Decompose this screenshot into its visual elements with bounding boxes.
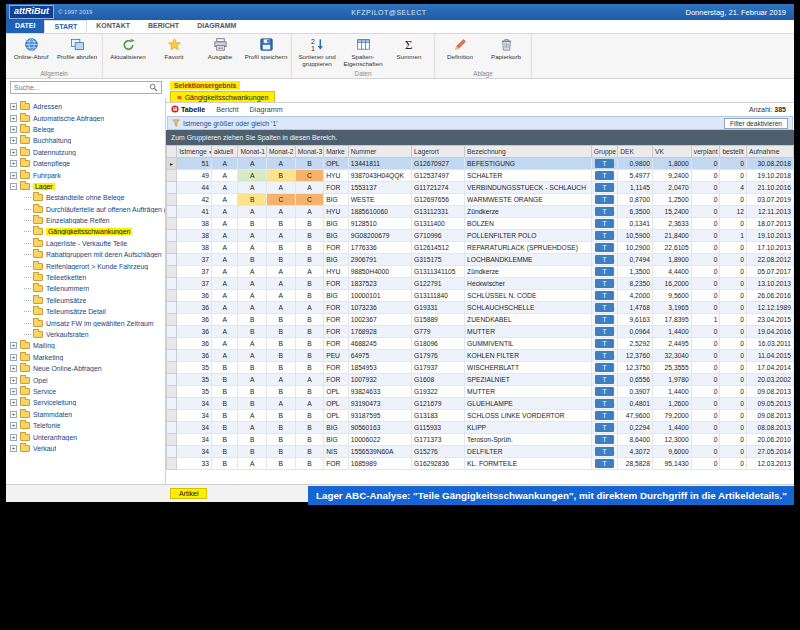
tree-item-reifenlagerort-kunde-fahrzeug[interactable]: Reifenlagerort > Kunde Fahrzeug [6, 260, 165, 271]
collapse-icon[interactable]: − [10, 183, 17, 190]
column-header-lagerort[interactable]: Lagerort [412, 146, 465, 158]
tree-item-teilenummern[interactable]: Teilenummern [6, 283, 165, 294]
row-selector[interactable]: ▸ [167, 158, 177, 170]
row-selector[interactable] [167, 182, 177, 194]
row-selector[interactable] [167, 350, 177, 362]
table-row[interactable]: 33BABBFOR1685989G16292836KL. FORMTEILET2… [167, 458, 794, 470]
search-input[interactable] [11, 84, 149, 91]
tree-item-adressen[interactable]: +Adressen [6, 101, 165, 112]
row-selector[interactable] [167, 302, 177, 314]
expand-icon[interactable]: + [10, 103, 17, 110]
column-header-monat-2[interactable]: Monat-2 [267, 146, 296, 158]
tree-item-telefonie[interactable]: +Telefonie [6, 420, 165, 431]
expand-icon[interactable]: + [10, 422, 17, 429]
table-row[interactable]: 35BAAAFOR1007932G1608SPEZIALNIETT0,65561… [167, 374, 794, 386]
expand-icon[interactable]: + [10, 445, 17, 452]
table-row[interactable]: 36ABBBFOR1002367G15889ZUENDKABELT9,61631… [167, 314, 794, 326]
search-box[interactable] [10, 81, 162, 94]
tree-item-teileums-tze[interactable]: Teileumsätze [6, 295, 165, 306]
profil-speichern-button[interactable]: Profil speichern [243, 35, 289, 69]
definition-button[interactable]: Definition [437, 35, 483, 69]
expand-icon[interactable]: + [10, 399, 17, 406]
search-icon[interactable] [149, 83, 161, 92]
expand-icon[interactable]: + [10, 172, 17, 179]
groupby-bar[interactable]: Zum Gruppieren ziehen Sie Spalten in die… [166, 130, 794, 145]
column-header-nummer[interactable]: Nummer [348, 146, 411, 158]
tree-item-teileums-tze-detail[interactable]: Teileumsätze Detail [6, 306, 165, 317]
expand-icon[interactable]: + [10, 137, 17, 144]
tree-item-datenpflege[interactable]: +Datenpflege [6, 158, 165, 169]
tree-item-serviceleitung[interactable]: +Serviceleitung [6, 397, 165, 408]
row-selector[interactable] [167, 446, 177, 458]
artikel-button[interactable]: Artikel [170, 488, 207, 499]
filter-deactivate-button[interactable]: Filter deaktivieren [724, 118, 788, 129]
expand-icon[interactable]: + [10, 160, 17, 167]
tree-item-g-ngigkeitsschwankungen[interactable]: Gängigkeitsschwankungen [6, 226, 165, 237]
tree-item-verkauf[interactable]: +Verkauf [6, 443, 165, 454]
row-selector[interactable] [167, 386, 177, 398]
tree-item-einzelabgabe-reifen[interactable]: Einzelabgabe Reifen [6, 215, 165, 226]
column-header-bestellt[interactable]: bestellt [720, 146, 747, 158]
row-selector[interactable] [167, 422, 177, 434]
tree-item-marketing[interactable]: +Marketing [6, 352, 165, 363]
tree-item-mailing[interactable]: +Mailing [6, 340, 165, 351]
table-row[interactable]: 42ABCCBIGWESTEG12697656WARMWESTE ORANGET… [167, 194, 794, 206]
expand-icon[interactable]: + [10, 434, 17, 441]
row-selector[interactable] [167, 410, 177, 422]
table-row[interactable]: 36ABBBFOR1768928G779MUTTERT0,09641,44000… [167, 326, 794, 338]
tree-item-unteranfragen[interactable]: +Unteranfragen [6, 431, 165, 442]
row-selector[interactable] [167, 194, 177, 206]
table-row[interactable]: 34BABBOPL93187595G13183SCHLOSS LINKE VOR… [167, 410, 794, 422]
table-row[interactable]: 36AAAAFOR1073236G19331SCHLAUCHSCHELLET1,… [167, 302, 794, 314]
aktualisieren-button[interactable]: Aktualisieren [105, 35, 151, 69]
row-selector[interactable] [167, 242, 177, 254]
table-row[interactable]: 38AABBFOR1776336G12614512REPARATURLACK (… [167, 242, 794, 254]
expand-icon[interactable]: + [10, 365, 17, 372]
expand-icon[interactable]: + [10, 377, 17, 384]
row-selector[interactable] [167, 338, 177, 350]
row-selector[interactable] [167, 374, 177, 386]
table-row[interactable]: 34BBBBNIS1556539N60AG15276DELFILTERT4,30… [167, 446, 794, 458]
table-row[interactable]: 38ABBBBIG9128510G1311400BOLZENT0,13412,3… [167, 218, 794, 230]
table-row[interactable]: 35BBBBFOR1854953G17937WISCHERBLATTT12,37… [167, 362, 794, 374]
tree-item-lagerliste-verkaufte-teile[interactable]: Lagerliste - Verkaufte Teile [6, 238, 165, 249]
table-row[interactable]: 34BABBBIG90560163G115933KLIPPT0,22941,44… [167, 422, 794, 434]
tree-item-neue-online-abfragen[interactable]: +Neue Online-Abfragen [6, 363, 165, 374]
column-header-bezeichnung[interactable]: Bezeichnung [465, 146, 592, 158]
tree-item-verkaufsraten[interactable]: Verkaufsraten [6, 329, 165, 340]
tree-item-stammdaten[interactable]: +Stammdaten [6, 409, 165, 420]
table-row[interactable]: 49AABCHYU9387043H04QQKG12537497SCHALTERT… [167, 170, 794, 182]
tree-item-fuhrpark[interactable]: +Fuhrpark [6, 169, 165, 180]
tree-item-bestandteile-ohne-belege[interactable]: Bestandteile ohne Belege [6, 192, 165, 203]
column-header-dek[interactable]: DEK [618, 146, 653, 158]
row-selector[interactable] [167, 218, 177, 230]
papierkorb-button[interactable]: Papierkorb [483, 35, 529, 69]
expand-icon[interactable]: + [10, 126, 17, 133]
expand-icon[interactable]: + [10, 411, 17, 418]
tree-item-durchl-uferteile-auf-offenen-auftr-gen-kein-lager[interactable]: Durchläuferteile auf offenen Aufträgen (… [6, 204, 165, 215]
ausgabe-button[interactable]: Ausgabe [197, 35, 243, 69]
table-row[interactable]: 37AAAAHYU98850H4000G1311341105ZündkerzeT… [167, 266, 794, 278]
row-selector[interactable] [167, 458, 177, 470]
menu-tab-diagramm[interactable]: DIAGRAMM [188, 20, 245, 33]
table-row[interactable]: 38AAABBIG9G08200679G710996POLLENFILTER P… [167, 230, 794, 242]
table-row[interactable]: 44AAAAFOR1553137G11721274VERBINDUNGSSTUE… [167, 182, 794, 194]
table-row[interactable]: ▸51AAABOPL13441811G12670927BEFESTIGUNGT0… [167, 158, 794, 170]
tree-item-belege[interactable]: +Belege [6, 124, 165, 135]
menu-tab-bericht[interactable]: BERICHT [139, 20, 188, 33]
tree-item-rabattgruppen-mit-deren-aufschl-gen[interactable]: Rabattgruppen mit deren Aufschlägen [6, 249, 165, 260]
row-selector[interactable] [167, 326, 177, 338]
tree-item-buchhaltung[interactable]: +Buchhaltung [6, 135, 165, 146]
tree-item-teileetiketten[interactable]: Teileetiketten [6, 272, 165, 283]
tree-item-datennutzung[interactable]: +Datennutzung [6, 147, 165, 158]
close-icon[interactable]: × [177, 94, 182, 102]
column-header-verplant[interactable]: verplant [691, 146, 720, 158]
row-selector[interactable] [167, 254, 177, 266]
column-header-monat-1[interactable]: Monat-1 [238, 146, 267, 158]
table-row[interactable]: 36AABBFOR4688245G18096GUMMIVENTILT2,5292… [167, 338, 794, 350]
table-row[interactable]: 36AAABBIG10000101G13111840SCHLÜSSEL N. C… [167, 290, 794, 302]
tree-item-opel[interactable]: +Opel [6, 374, 165, 385]
tree-item-umsatz-fw-im-gew-hlten-zeitraum[interactable]: Umsatz FW im gewählten Zeitraum [6, 317, 165, 328]
row-selector[interactable] [167, 434, 177, 446]
tree-item-automatische-abfragen[interactable]: +Automatische Abfragen [6, 112, 165, 123]
